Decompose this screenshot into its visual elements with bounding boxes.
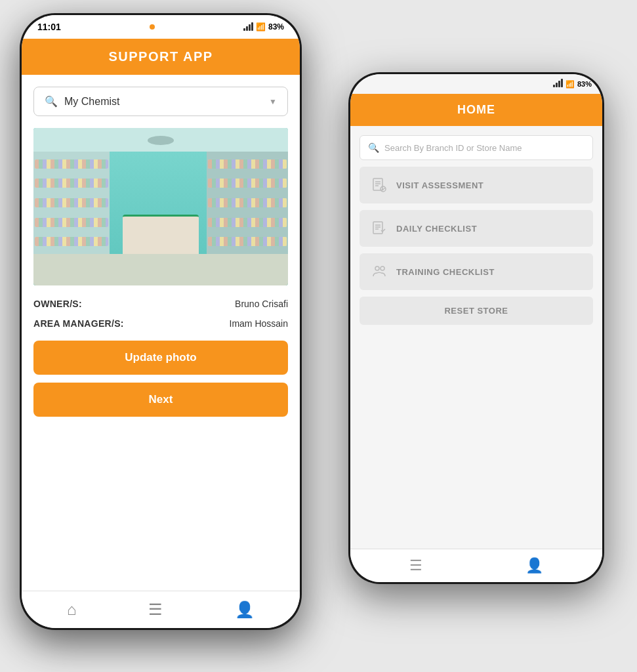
phone2-header: HOME [350,94,602,126]
training-checklist-icon [370,262,388,281]
phone1-time: 11:01 [37,22,61,32]
visit-assessment-icon [370,176,388,194]
phone2-nav-profile-icon[interactable]: 👤 [525,557,543,574]
svg-rect-5 [373,222,382,234]
update-photo-button[interactable]: Update photo [33,341,288,375]
visit-assessment-label: VISIT ASSESSMENT [396,180,483,190]
owner-value: Bruno Crisafi [235,299,288,309]
daily-checklist-icon [370,219,388,238]
reset-store-button[interactable]: RESET STORE [360,297,593,325]
area-manager-label: AREA MANAGER/S: [33,318,124,329]
phone1-navbar: ⌂ ☰ 👤 [22,591,300,628]
phone1-title: SUPPORT APP [108,49,213,64]
svg-point-4 [380,186,386,192]
store-image [33,128,288,285]
phone1-signal-icon [243,23,253,31]
store-info: OWNER/S: Bruno Crisafi AREA MANAGER/S: I… [33,299,288,329]
phone1-nav-profile-icon[interactable]: 👤 [235,600,255,619]
next-button[interactable]: Next [33,383,288,417]
phone1-battery-icon: 83% [268,22,284,32]
phone1-notification-dot [150,24,155,30]
phone1-status-bar: 11:01 📶 83% [22,15,300,39]
phone2-device: 📶 83% HOME 🔍 Search By Branch ID or Stor… [348,72,604,584]
dropdown-arrow-icon: ▼ [269,97,277,106]
daily-checklist-item[interactable]: DAILY CHECKLIST [360,210,593,247]
search-value: My Chemist [64,96,262,108]
daily-checklist-label: DAILY CHECKLIST [396,224,477,234]
area-manager-value: Imam Hossain [230,318,288,329]
phone1-device: 11:01 📶 83% SUPPORT APP [20,13,302,630]
phone1-nav-list-icon[interactable]: ☰ [148,600,163,619]
owner-label: OWNER/S: [33,299,82,309]
scene: 📶 83% HOME 🔍 Search By Branch ID or Stor… [0,0,637,672]
store-search-dropdown[interactable]: 🔍 My Chemist ▼ [33,87,288,116]
phone2-battery-icon: 83% [577,80,592,88]
phone2-content: 🔍 Search By Branch ID or Store Name [350,126,602,549]
training-checklist-item[interactable]: TRAINING CHECKLIST [360,253,593,290]
phone1-wifi-icon: 📶 [256,22,266,32]
phone2-search-bar[interactable]: 🔍 Search By Branch ID or Store Name [360,135,593,160]
visit-assessment-item[interactable]: VISIT ASSESSMENT [360,167,593,203]
phone2-title: HOME [457,103,495,116]
svg-point-10 [380,266,384,270]
phone2-navbar: ☰ 👤 [350,549,602,582]
search-icon: 🔍 [45,95,58,108]
training-checklist-label: TRAINING CHECKLIST [396,267,495,277]
phone2-search-placeholder: Search By Branch ID or Store Name [384,143,522,153]
phone1-content: 🔍 My Chemist ▼ [22,75,300,591]
area-manager-row: AREA MANAGER/S: Imam Hossain [33,318,288,329]
svg-point-9 [375,266,379,270]
phone2-wifi-icon: 📶 [565,80,575,89]
phone2-nav-list-icon[interactable]: ☰ [409,557,422,574]
phone2-search-icon: 🔍 [368,142,379,153]
phone1-nav-home-icon[interactable]: ⌂ [67,600,77,619]
owner-row: OWNER/S: Bruno Crisafi [33,299,288,309]
phone2-status-bar: 📶 83% [350,74,602,94]
phone1-header: SUPPORT APP [22,39,300,75]
svg-rect-0 [373,178,382,190]
phone2-signal-icon [553,79,563,89]
